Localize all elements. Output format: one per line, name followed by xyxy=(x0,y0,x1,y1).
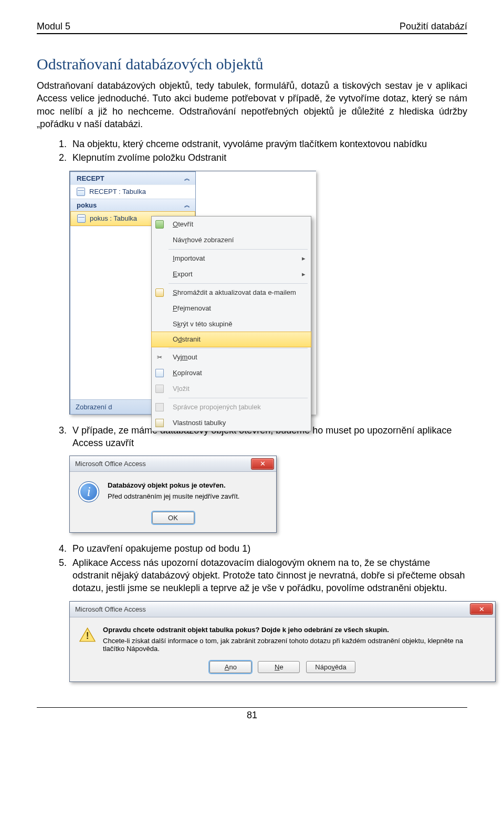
nav-group-pokus[interactable]: pokus ︽ xyxy=(70,199,195,211)
submenu-arrow-icon: ▸ xyxy=(302,270,311,278)
linked-table-icon xyxy=(155,403,164,411)
nav-item-label: pokus : Tabulka xyxy=(90,214,137,222)
ctx-import[interactable]: Importovat▸ xyxy=(152,251,311,266)
nav-group-label: pokus xyxy=(77,201,97,209)
dialog-title-text: Microsoft Office Access xyxy=(75,460,146,468)
ctx-paste: Vložit xyxy=(152,381,311,397)
screenshot-context-menu: RECEPT ︽ RECEPT : Tabulka pokus ︽ pokus … xyxy=(69,171,316,415)
ctx-open[interactable]: OOtevříttevřít xyxy=(152,216,311,232)
ok-button[interactable]: OK xyxy=(152,512,194,524)
close-button[interactable]: ✕ xyxy=(251,458,274,470)
paste-icon xyxy=(155,385,164,393)
close-icon: ✕ xyxy=(260,460,266,468)
close-icon: ✕ xyxy=(479,605,485,613)
page-header: Modul 5 Použití databází xyxy=(37,21,467,34)
nav-group-label: RECEPT xyxy=(77,174,104,182)
step-1: Na objektu, který chceme odstranit, vyvo… xyxy=(69,138,467,150)
help-button[interactable]: Nápověda xyxy=(306,661,355,673)
dialog-line-text: Před odstraněním jej musíte nejdříve zav… xyxy=(108,492,239,500)
nav-item-recept[interactable]: RECEPT : Tabulka xyxy=(70,184,195,199)
dialog-titlebar: Microsoft Office Access ✕ xyxy=(70,456,276,472)
nav-item-label: RECEPT : Tabulka xyxy=(89,188,146,195)
ctx-copy[interactable]: Kopírovat xyxy=(152,365,311,381)
step-2: Klepnutím zvolíme položku Odstranit xyxy=(69,151,467,164)
context-menu: OOtevříttevřít Návrhové zobrazení Import… xyxy=(151,216,311,431)
yes-button[interactable]: Ano xyxy=(209,661,251,673)
ctx-export[interactable]: Export▸ xyxy=(152,266,311,282)
ctx-design-view[interactable]: Návrhové zobrazení xyxy=(152,232,311,248)
ctx-hide[interactable]: Skrýt v této skupině xyxy=(152,316,311,332)
step-5: Aplikace Access nás upozorní dotazovacím… xyxy=(69,556,467,595)
chevron-up-icon: ︽ xyxy=(184,201,190,209)
heading: Odstraňovaní databázových objektů xyxy=(37,55,467,73)
intro-paragraph: Odstraňovaní databázových objektů, tedy … xyxy=(37,79,467,130)
dialog-bold-text: Opravdu chcete odstranit objekt tabulka … xyxy=(103,626,486,634)
ctx-collect-email[interactable]: Shromáždit a aktualizovat data e-mailem xyxy=(152,285,311,301)
open-icon xyxy=(155,220,164,229)
dialog-bold-text: Databázový objekt pokus je otevřen. xyxy=(108,481,239,489)
ctx-rename[interactable]: Přejmenovat xyxy=(152,301,311,316)
chevron-up-icon: ︽ xyxy=(184,174,190,182)
nav-group-recept[interactable]: RECEPT ︽ xyxy=(70,172,195,184)
dialog-title-text: Microsoft Office Access xyxy=(75,605,146,613)
no-button[interactable]: Ne xyxy=(258,661,300,673)
cut-icon: ✂ xyxy=(155,353,164,361)
table-icon xyxy=(77,214,86,223)
step-4: Po uzavření opakujeme postup od bodu 1) xyxy=(69,542,467,555)
table-icon xyxy=(77,188,85,196)
close-button[interactable]: ✕ xyxy=(470,603,493,615)
warning-icon: ! xyxy=(79,627,96,643)
page-number: 81 xyxy=(37,707,467,721)
properties-icon xyxy=(155,419,164,427)
dialog-body: ! Opravdu chcete odstranit objekt tabulk… xyxy=(70,617,495,661)
header-right: Použití databází xyxy=(400,21,467,32)
copy-icon xyxy=(155,369,164,377)
mail-icon xyxy=(155,288,164,297)
screenshot-confirm-dialog: Microsoft Office Access ✕ ! Opravdu chce… xyxy=(69,601,496,682)
dialog-titlebar: Microsoft Office Access ✕ xyxy=(70,602,495,617)
svg-text:!: ! xyxy=(86,630,89,641)
dialog-line-text: Chcete-li získat další informace o tom, … xyxy=(103,637,486,653)
ctx-delete[interactable]: Odstranit xyxy=(151,332,311,347)
steps-list-3: Po uzavření opakujeme postup od bodu 1) … xyxy=(37,542,467,594)
header-left: Modul 5 xyxy=(37,21,70,32)
steps-list: Na objektu, který chceme odstranit, vyvo… xyxy=(37,138,467,164)
ctx-cut[interactable]: ✂ Vyjmout xyxy=(152,349,311,365)
info-icon: i xyxy=(78,481,99,502)
ctx-table-properties[interactable]: Vlastnosti tabulky xyxy=(152,415,311,431)
ctx-linked-manager: Správce propojených tabulek xyxy=(152,399,311,415)
dialog-body: i Databázový objekt pokus je otevřen. Př… xyxy=(70,472,276,512)
submenu-arrow-icon: ▸ xyxy=(302,254,311,262)
screenshot-info-dialog: Microsoft Office Access ✕ i Databázový o… xyxy=(69,456,277,533)
